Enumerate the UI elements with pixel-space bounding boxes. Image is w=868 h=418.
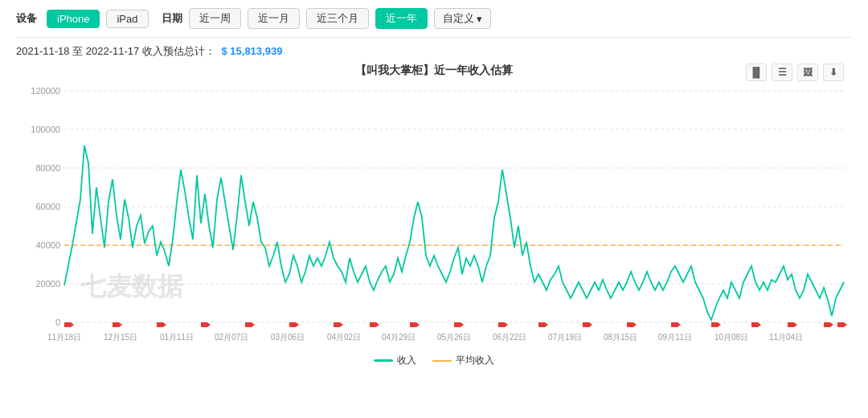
svg-text:12月15日: 12月15日 bbox=[104, 333, 137, 342]
svg-marker-22 bbox=[207, 322, 211, 327]
svg-rect-51 bbox=[824, 322, 830, 327]
revenue-chart: 120000 100000 80000 60000 40000 20000 0 bbox=[16, 83, 852, 348]
svg-marker-48 bbox=[758, 322, 761, 327]
svg-rect-15 bbox=[64, 322, 71, 327]
svg-rect-23 bbox=[245, 322, 252, 327]
svg-marker-40 bbox=[589, 322, 592, 327]
svg-marker-54 bbox=[844, 322, 847, 327]
image-icon[interactable]: 🖼 bbox=[797, 64, 818, 81]
svg-marker-28 bbox=[340, 322, 343, 327]
svg-rect-43 bbox=[671, 322, 678, 327]
svg-rect-39 bbox=[583, 322, 589, 327]
svg-marker-20 bbox=[163, 322, 166, 327]
svg-marker-24 bbox=[252, 322, 255, 327]
svg-text:20000: 20000 bbox=[35, 279, 60, 289]
summary-bar: 2021-11-18 至 2022-11-17 收入预估总计： $ 15,813… bbox=[16, 44, 852, 59]
svg-marker-32 bbox=[416, 322, 420, 327]
avg-revenue-legend-label: 平均收入 bbox=[456, 354, 494, 367]
year-tab[interactable]: 近一年 bbox=[375, 8, 428, 29]
svg-marker-52 bbox=[830, 322, 833, 327]
svg-marker-36 bbox=[505, 322, 508, 327]
svg-text:02月07日: 02月07日 bbox=[215, 333, 248, 342]
month-tab[interactable]: 近一月 bbox=[248, 8, 300, 29]
svg-marker-38 bbox=[545, 322, 548, 327]
avg-revenue-legend-color bbox=[432, 360, 452, 362]
svg-text:06月22日: 06月22日 bbox=[493, 333, 526, 342]
svg-marker-16 bbox=[71, 322, 74, 327]
svg-text:01月11日: 01月11日 bbox=[160, 333, 194, 342]
bar-chart-icon[interactable]: ▐▌ bbox=[746, 64, 767, 81]
svg-rect-27 bbox=[334, 322, 340, 327]
toolbar: 设备 iPhone iPad 日期 近一周 近一月 近三个月 近一年 自定义 ▾ bbox=[16, 8, 852, 38]
svg-rect-29 bbox=[370, 322, 376, 327]
svg-marker-50 bbox=[794, 322, 797, 327]
svg-text:120000: 120000 bbox=[31, 86, 60, 96]
svg-rect-17 bbox=[113, 322, 119, 327]
date-range-text: 2021-11-18 至 2022-11-17 收入预估总计： bbox=[16, 45, 215, 57]
avg-revenue-legend-item: 平均收入 bbox=[432, 354, 494, 367]
svg-marker-34 bbox=[461, 322, 464, 327]
svg-rect-35 bbox=[498, 322, 505, 327]
svg-text:40000: 40000 bbox=[35, 240, 60, 250]
svg-text:11月18日: 11月18日 bbox=[47, 333, 81, 342]
svg-rect-19 bbox=[157, 322, 163, 327]
svg-rect-33 bbox=[454, 322, 461, 327]
svg-text:03月06日: 03月06日 bbox=[271, 333, 305, 342]
svg-text:80000: 80000 bbox=[35, 163, 60, 173]
total-amount: $ 15,813,939 bbox=[221, 45, 282, 57]
svg-rect-53 bbox=[837, 322, 844, 327]
svg-text:100000: 100000 bbox=[31, 125, 60, 134]
svg-text:04月29日: 04月29日 bbox=[382, 333, 416, 342]
flag-markers bbox=[64, 322, 847, 327]
svg-rect-41 bbox=[627, 322, 633, 327]
list-icon[interactable]: ☰ bbox=[772, 64, 792, 81]
revenue-legend-label: 收入 bbox=[397, 354, 416, 367]
svg-text:07月19日: 07月19日 bbox=[548, 333, 582, 342]
svg-rect-47 bbox=[751, 322, 758, 327]
svg-rect-25 bbox=[289, 322, 296, 327]
svg-rect-49 bbox=[788, 322, 794, 327]
svg-rect-31 bbox=[410, 322, 416, 327]
revenue-legend-item: 收入 bbox=[374, 354, 416, 367]
svg-text:11月04日: 11月04日 bbox=[769, 333, 803, 342]
iphone-tab[interactable]: iPhone bbox=[47, 10, 100, 28]
chart-icons: ▐▌ ☰ 🖼 ⬇ bbox=[746, 64, 844, 81]
three-month-tab[interactable]: 近三个月 bbox=[306, 8, 369, 29]
svg-rect-45 bbox=[711, 322, 718, 327]
svg-marker-26 bbox=[296, 322, 299, 327]
revenue-legend-color bbox=[374, 359, 393, 362]
chart-legend: 收入 平均收入 bbox=[16, 354, 852, 367]
svg-text:08月15日: 08月15日 bbox=[604, 333, 637, 342]
svg-text:05月26日: 05月26日 bbox=[437, 333, 471, 342]
svg-text:60000: 60000 bbox=[35, 202, 60, 211]
svg-marker-30 bbox=[376, 322, 379, 327]
device-label: 设备 bbox=[16, 11, 37, 26]
svg-text:0: 0 bbox=[55, 318, 60, 327]
svg-marker-46 bbox=[718, 322, 721, 327]
ipad-tab[interactable]: iPad bbox=[106, 10, 148, 28]
chart-container: 【叫我大掌柜】近一年收入估算 ▐▌ ☰ 🖼 ⬇ 120000 10 bbox=[16, 64, 852, 377]
svg-marker-44 bbox=[678, 322, 681, 327]
svg-text:10月08日: 10月08日 bbox=[714, 333, 748, 342]
svg-text:09月11日: 09月11日 bbox=[658, 333, 692, 342]
svg-rect-37 bbox=[538, 322, 545, 327]
svg-marker-18 bbox=[119, 322, 122, 327]
svg-marker-42 bbox=[633, 322, 637, 327]
custom-tab[interactable]: 自定义 ▾ bbox=[434, 8, 491, 29]
download-icon[interactable]: ⬇ bbox=[823, 64, 844, 81]
svg-text:04月02日: 04月02日 bbox=[327, 333, 361, 342]
date-label: 日期 bbox=[162, 11, 182, 26]
week-tab[interactable]: 近一周 bbox=[189, 8, 241, 29]
chart-title: 【叫我大掌柜】近一年收入估算 ▐▌ ☰ 🖼 ⬇ bbox=[16, 64, 852, 78]
svg-rect-21 bbox=[201, 322, 207, 327]
